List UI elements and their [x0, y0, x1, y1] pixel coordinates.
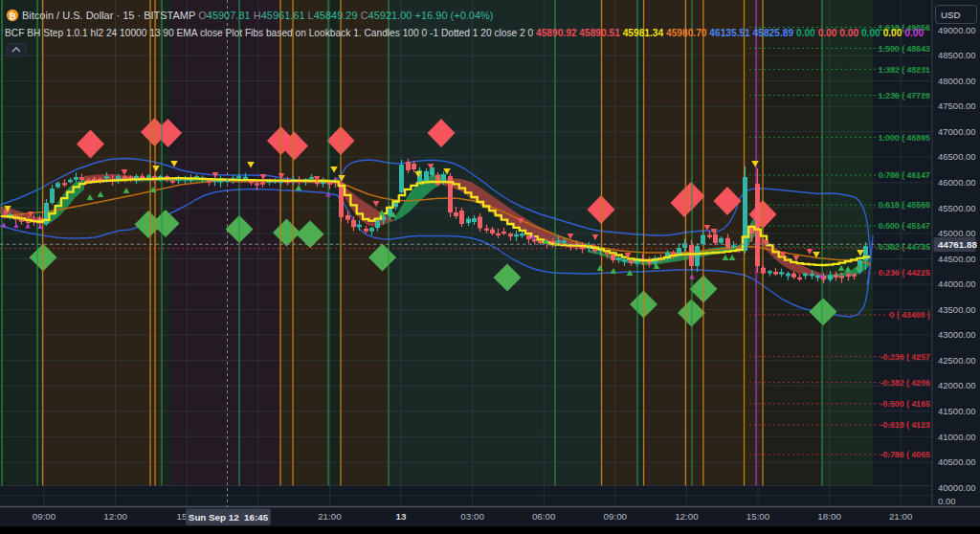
svg-text:1.236 ( 47720: 1.236 ( 47720 — [879, 91, 930, 100]
svg-text:0.00: 0.00 — [938, 496, 956, 506]
svg-text:Sun Sep 12 16:45: Sun Sep 12 16:45 — [189, 512, 269, 523]
svg-text:₿: ₿ — [9, 11, 16, 21]
svg-text:47500.00: 47500.00 — [938, 100, 976, 111]
svg-text:12:00: 12:00 — [103, 511, 127, 522]
svg-text:0.382 ( 44735: 0.382 ( 44735 — [879, 242, 930, 252]
svg-text:44761.88: 44761.88 — [938, 239, 977, 250]
svg-text:13: 13 — [396, 511, 407, 522]
svg-text:15:00: 15:00 — [746, 511, 770, 522]
svg-text:43500.00: 43500.00 — [938, 304, 976, 315]
svg-text:0.618 ( 45560: 0.618 ( 45560 — [879, 200, 930, 210]
svg-text:0.786 ( 46147: 0.786 ( 46147 — [879, 170, 930, 180]
svg-text:1.500 ( 48643: 1.500 ( 48643 — [879, 44, 930, 54]
svg-text:-0.618 ( 4123: -0.618 ( 4123 — [880, 420, 930, 430]
svg-text:1.382 ( 48231: 1.382 ( 48231 — [879, 65, 930, 75]
svg-text:06:00: 06:00 — [532, 511, 556, 522]
svg-text:03:00: 03:00 — [460, 511, 484, 522]
svg-text:46500.00: 46500.00 — [938, 151, 976, 162]
svg-text:0 ( 43400 ): 0 ( 43400 ) — [889, 310, 930, 320]
svg-text:44000.00: 44000.00 — [938, 278, 976, 289]
svg-text:12:00: 12:00 — [675, 511, 699, 522]
svg-text:42000.00: 42000.00 — [938, 380, 976, 390]
svg-text:21:00: 21:00 — [318, 511, 342, 522]
svg-text:47000.00: 47000.00 — [938, 126, 976, 137]
svg-text:40500.00: 40500.00 — [938, 456, 976, 467]
svg-text:09:00: 09:00 — [33, 511, 56, 522]
svg-text:1.000 ( 46895: 1.000 ( 46895 — [879, 133, 930, 143]
svg-text:45000.00: 45000.00 — [938, 228, 976, 238]
svg-text:46000.00: 46000.00 — [938, 177, 976, 188]
svg-text:-0.236 ( 4257: -0.236 ( 4257 — [880, 352, 930, 362]
svg-text:BCF BH Step 1.0.1 hl2 24 10000: BCF BH Step 1.0.1 hl2 24 10000 13 90 EMA… — [5, 28, 924, 38]
svg-text:41500.00: 41500.00 — [938, 406, 976, 416]
svg-text:44500.00: 44500.00 — [938, 254, 976, 264]
svg-text:48500.00: 48500.00 — [938, 50, 976, 60]
svg-text:-0.382 ( 4206: -0.382 ( 4206 — [880, 378, 930, 388]
svg-text:49000.00: 49000.00 — [938, 25, 976, 35]
svg-text:09:00: 09:00 — [604, 511, 628, 522]
svg-text:43000.00: 43000.00 — [938, 329, 976, 340]
svg-text:42500.00: 42500.00 — [938, 355, 976, 366]
svg-text:40000.00: 40000.00 — [938, 482, 976, 493]
svg-text:21:00: 21:00 — [889, 511, 913, 522]
svg-text:-0.500 ( 4165: -0.500 ( 4165 — [880, 399, 930, 409]
svg-text:-0.786 ( 4065: -0.786 ( 4065 — [880, 450, 930, 459]
svg-text:0.236 ( 44225: 0.236 ( 44225 — [879, 268, 930, 278]
svg-text:Bitcoin / U.S. Dollar · 15 · B: Bitcoin / U.S. Dollar · 15 · BITSTAMP O4… — [22, 10, 494, 21]
svg-text:0.500 ( 45147: 0.500 ( 45147 — [879, 221, 930, 231]
svg-text:48000.00: 48000.00 — [938, 76, 976, 86]
svg-text:18:00: 18:00 — [817, 511, 841, 522]
svg-text:USD: USD — [941, 10, 961, 20]
svg-text:41000.00: 41000.00 — [938, 432, 976, 442]
svg-text:45500.00: 45500.00 — [938, 203, 976, 213]
